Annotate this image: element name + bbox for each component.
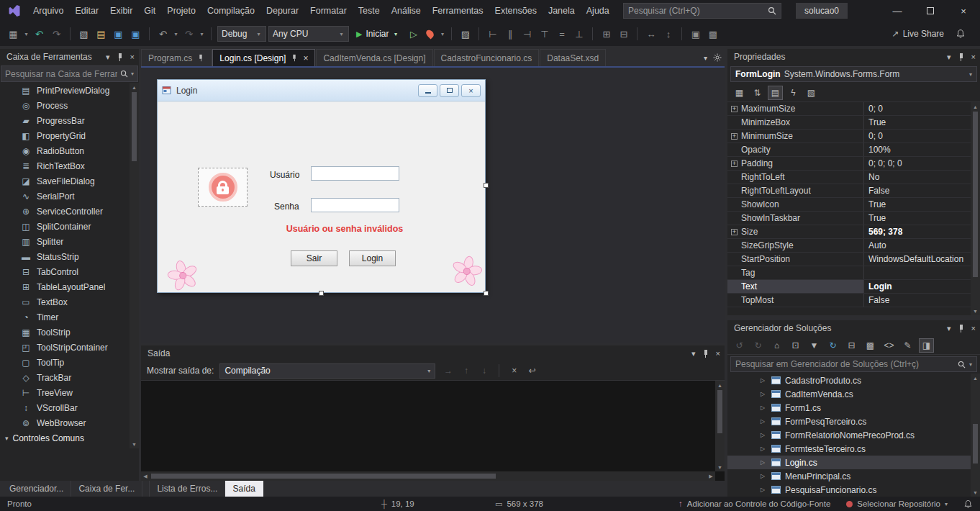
account-button[interactable]: solucao0 [796, 3, 848, 19]
property-value[interactable]: False [864, 294, 971, 307]
toolbox-item-process[interactable]: ◎Process [0, 98, 139, 113]
scroll-down-icon[interactable]: ▼ [971, 488, 980, 497]
chevron-down-icon[interactable]: ▾ [23, 31, 30, 37]
document-dropdown-icon[interactable]: ▾ [704, 54, 707, 62]
property-row-startposition[interactable]: +StartPositionWindowsDefaultLocation [727, 253, 971, 266]
menu-teste[interactable]: Teste [353, 0, 386, 22]
toolbox-item-textbox[interactable]: ▭TextBox [0, 294, 139, 309]
scroll-right-icon[interactable]: ▶ [707, 471, 715, 481]
resize-handle-bottom[interactable] [319, 291, 324, 296]
expander-icon[interactable]: ▷ [761, 487, 767, 493]
align-bottoms-icon[interactable]: ⊥ [571, 26, 586, 42]
property-row-opacity[interactable]: +Opacity100% [727, 143, 971, 157]
properties-window-icon[interactable]: ✎ [900, 338, 915, 353]
toolbox-item-radiobutton[interactable]: ◉RadioButton [0, 143, 139, 158]
toolbox-item-tabcontrol[interactable]: ⊟TabControl [0, 264, 139, 279]
login-button[interactable]: Login [349, 250, 396, 266]
pending-changes-filter-icon[interactable]: ▼ [807, 338, 822, 353]
property-row-maximumsize[interactable]: +MaximumSize0; 0 [727, 102, 971, 116]
menu-arquivo[interactable]: Arquivo [27, 0, 69, 22]
panel-tab-gerenciador[interactable]: Gerenciador... [2, 481, 71, 497]
scroll-up-icon[interactable]: ▲ [715, 381, 725, 389]
next-message-icon[interactable]: ↓ [477, 363, 491, 378]
property-value[interactable]: No [864, 171, 971, 184]
minimize-button[interactable]: — [881, 0, 914, 22]
pin-icon[interactable] [702, 349, 709, 358]
quick-search-input[interactable]: Pesquisar (Ctrl+Q) [623, 3, 781, 19]
property-value[interactable]: Login [864, 280, 971, 293]
toolbox-item-statusstrip[interactable]: ▬StatusStrip [0, 249, 139, 264]
scrollbar-thumb[interactable] [151, 474, 496, 479]
menu-exibir[interactable]: Exibir [104, 0, 138, 22]
pin-icon[interactable] [291, 54, 298, 62]
scroll-up-icon[interactable]: ▲ [130, 83, 139, 91]
back-icon[interactable]: ↺ [732, 338, 747, 353]
horizontal-spacing-icon[interactable]: ↔ [643, 26, 658, 42]
property-row-showintaskbar[interactable]: +ShowInTaskbarTrue [727, 212, 971, 225]
scrollbar-thumb[interactable] [132, 92, 137, 161]
scrollbar-thumb[interactable] [973, 424, 978, 463]
menu-git[interactable]: Git [138, 0, 161, 22]
toolbox-item-treeview[interactable]: ⊢TreeView [0, 385, 139, 400]
solution-item-caditemvenda-cs[interactable]: ▷CadItemVenda.cs [727, 387, 971, 401]
tab-caditemvenda-cs-design[interactable]: CadItemVenda.cs [Design] [316, 49, 432, 66]
live-share-button[interactable]: ↗ Live Share [892, 29, 944, 39]
panel-tab-sa-da[interactable]: Saída [225, 481, 263, 497]
close-icon[interactable]: × [971, 324, 976, 333]
toolbox-item-trackbar[interactable]: ◇TrackBar [0, 370, 139, 385]
chevron-down-icon[interactable]: ▾ [947, 324, 951, 333]
solution-configurations-combo[interactable]: Debug▾ [217, 26, 266, 42]
scroll-up-icon[interactable]: ▲ [971, 374, 980, 382]
select-repository-button[interactable]: Selecionar Repositório ▾ [846, 499, 948, 508]
resize-handle-right[interactable] [484, 183, 489, 188]
expander-icon[interactable]: ▷ [761, 446, 767, 452]
solution-item-formtesteterceiro-cs[interactable]: ▷FormtesteTerceiro.cs [727, 442, 971, 456]
send-to-back-icon[interactable]: ▩ [705, 26, 720, 42]
navigate-backward-icon[interactable]: ↶ [32, 26, 47, 42]
scrollbar-thumb[interactable] [717, 390, 722, 433]
property-row-padding[interactable]: +Padding0; 0; 0; 0 [727, 157, 971, 171]
expand-icon[interactable]: + [731, 160, 738, 167]
resize-handle-corner[interactable] [484, 291, 489, 296]
property-row-tag[interactable]: +Tag [727, 266, 971, 280]
menu-ferramentas[interactable]: Ferramentas [427, 0, 489, 22]
property-value[interactable]: 569; 378 [864, 225, 971, 238]
property-value[interactable]: True [864, 198, 971, 211]
previous-message-icon[interactable]: ↑ [459, 363, 473, 378]
chevron-down-icon[interactable]: ▾ [439, 31, 445, 37]
make-same-size-icon[interactable]: ⊟ [616, 26, 631, 42]
password-textbox[interactable] [311, 198, 399, 212]
toolbox-item-tooltip[interactable]: ▢ToolTip [0, 355, 139, 370]
toolbox-item-splitter[interactable]: ▥Splitter [0, 234, 139, 249]
scroll-up-icon[interactable]: ▲ [971, 102, 980, 111]
start-without-debugging-icon[interactable]: ▷ [406, 26, 421, 42]
username-textbox[interactable] [311, 166, 399, 181]
collapse-all-icon[interactable]: ⊟ [844, 338, 859, 353]
menu-an-lise[interactable]: Análise [386, 0, 427, 22]
redo-icon[interactable]: ↷ [181, 26, 196, 42]
property-value[interactable]: 100% [864, 143, 971, 156]
property-row-text[interactable]: +TextLogin [727, 280, 971, 294]
solution-item-form1-cs[interactable]: ▷Form1.cs [727, 401, 971, 415]
expander-icon[interactable]: ▷ [761, 377, 767, 384]
chevron-down-icon[interactable]: ▾ [106, 53, 110, 62]
start-debugging-button[interactable]: ▶Iniciar▾ [351, 26, 404, 42]
form-minimize-button[interactable] [418, 84, 437, 97]
home-icon[interactable]: ⌂ [769, 338, 784, 353]
property-row-minimizebox[interactable]: +MinimizeBoxTrue [727, 116, 971, 130]
open-folder-icon[interactable]: ▤ [94, 26, 109, 42]
property-value[interactable] [864, 266, 971, 279]
toolbox-item-webbrowser[interactable]: ⊚WebBrowser [0, 415, 139, 430]
sync-with-active-document-icon[interactable]: ↻ [825, 338, 840, 353]
output-horizontal-scrollbar[interactable]: ◀ ▶ [141, 471, 715, 481]
expand-icon[interactable]: + [731, 133, 738, 140]
save-all-icon[interactable]: ▣ [128, 26, 143, 42]
preview-selected-items-icon[interactable]: ◨ [919, 338, 934, 353]
properties-scrollbar[interactable]: ▲ ▼ [971, 102, 980, 315]
output-source-combo[interactable]: Compilação ▾ [219, 363, 435, 379]
chevron-down-icon[interactable]: ▾ [173, 31, 179, 37]
menu-ajuda[interactable]: Ajuda [581, 0, 615, 22]
scrollbar-thumb[interactable] [973, 112, 978, 277]
scroll-down-icon[interactable]: ▼ [715, 463, 725, 471]
expander-icon[interactable]: ▷ [761, 404, 767, 411]
